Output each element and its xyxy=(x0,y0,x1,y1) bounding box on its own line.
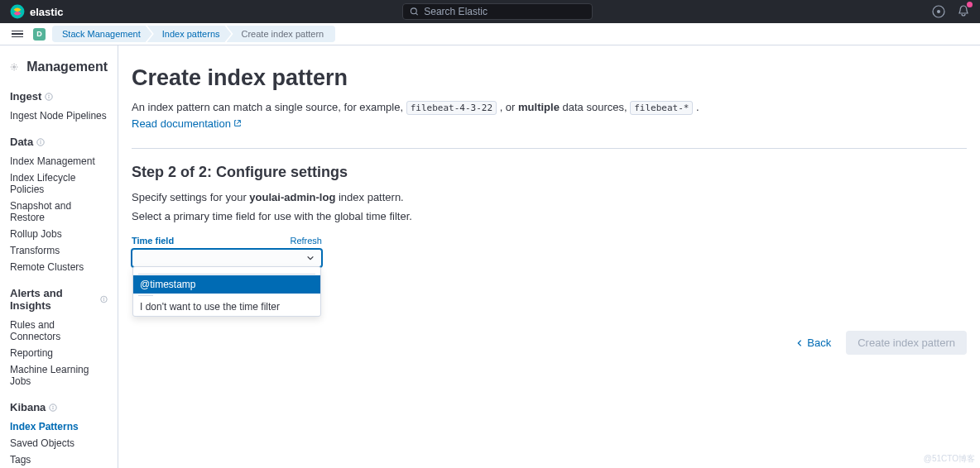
newsfeed-button[interactable] xyxy=(957,4,970,20)
watermark: @51CTO博客 xyxy=(924,453,975,465)
content: Create index pattern An index pattern ca… xyxy=(118,45,980,468)
svg-rect-8 xyxy=(49,96,50,98)
svg-point-4 xyxy=(937,10,940,13)
info-icon[interactable] xyxy=(36,138,45,146)
code-example-1: filebeat-4-3-22 xyxy=(406,101,497,115)
section-head-ingest: Ingest xyxy=(10,90,108,103)
sidebar-header: Management xyxy=(10,59,108,75)
breadcrumb-index-patterns[interactable]: Index patterns xyxy=(147,26,232,42)
sidebar-item-index-management[interactable]: Index Management xyxy=(10,153,108,170)
elastic-logo[interactable]: elastic xyxy=(10,4,63,19)
sidebar-item-rules-and-connectors[interactable]: Rules and Connectors xyxy=(10,317,108,345)
header-right xyxy=(932,4,970,20)
step-desc-2: Select a primary time field for use with… xyxy=(132,210,967,222)
svg-rect-17 xyxy=(53,407,54,409)
top-header: elastic xyxy=(0,0,980,23)
breadcrumb-stack-management[interactable]: Stack Management xyxy=(52,26,152,42)
sidebar-sections: IngestIngest Node PipelinesDataIndex Man… xyxy=(10,90,108,468)
footer-actions: Back Create index pattern xyxy=(132,331,967,355)
divider xyxy=(132,148,967,149)
sidebar-item-index-patterns[interactable]: Index Patterns xyxy=(10,418,108,435)
elastic-icon xyxy=(10,4,25,19)
time-field-dropdown: @timestamp I don't want to use the time … xyxy=(132,266,321,317)
help-icon[interactable] xyxy=(932,5,945,18)
section-head-data: Data xyxy=(10,136,108,148)
sidebar-item-rollup-jobs[interactable]: Rollup Jobs xyxy=(10,226,108,242)
notification-badge xyxy=(967,2,973,7)
svg-point-16 xyxy=(53,405,54,406)
time-field-select[interactable]: @timestamp I don't want to use the time … xyxy=(132,249,322,267)
svg-point-13 xyxy=(103,298,104,298)
section-head-alerts-and-insights: Alerts and Insights xyxy=(10,287,108,312)
dropdown-option-timestamp[interactable]: @timestamp xyxy=(133,275,320,294)
sidebar-item-snapshot-and-restore[interactable]: Snapshot and Restore xyxy=(10,198,108,226)
create-index-pattern-button[interactable]: Create index pattern xyxy=(846,331,967,355)
read-documentation-link[interactable]: Read documentation xyxy=(132,116,242,132)
step-desc-1: Specify settings for your youlai-admin-l… xyxy=(132,191,967,203)
sidebar-item-transforms[interactable]: Transforms xyxy=(10,242,108,259)
hamburger-menu[interactable] xyxy=(8,27,26,41)
breadcrumb-create-index-pattern: Create index pattern xyxy=(227,26,336,42)
chevron-down-icon xyxy=(306,254,315,262)
sidebar-item-ingest-node-pipelines[interactable]: Ingest Node Pipelines xyxy=(10,107,108,124)
search-icon xyxy=(410,7,419,17)
svg-point-10 xyxy=(41,140,41,141)
code-example-2: filebeat-* xyxy=(630,101,693,115)
time-field-group: Time field Refresh @timestamp I don't wa… xyxy=(132,236,322,267)
user-avatar[interactable]: D xyxy=(33,28,46,41)
search-box[interactable] xyxy=(402,3,593,20)
management-icon xyxy=(10,59,18,75)
search-input[interactable] xyxy=(424,6,585,17)
section-head-kibana: Kibana xyxy=(10,401,108,413)
svg-point-5 xyxy=(13,66,16,69)
sidebar-item-machine-learning-jobs[interactable]: Machine Learning Jobs xyxy=(10,361,108,389)
svg-point-1 xyxy=(411,8,417,14)
svg-rect-11 xyxy=(41,141,41,144)
back-button[interactable]: Back xyxy=(787,331,839,355)
sidebar: Management IngestIngest Node PipelinesDa… xyxy=(0,45,118,468)
chevron-left-icon xyxy=(795,339,804,347)
step-title: Step 2 of 2: Configure settings xyxy=(132,164,967,181)
breadcrumb: Stack Management Index patterns Create i… xyxy=(52,26,335,42)
sidebar-item-saved-objects[interactable]: Saved Objects xyxy=(10,435,108,451)
sidebar-title: Management xyxy=(26,60,108,74)
brand-text: elastic xyxy=(30,6,63,18)
svg-point-7 xyxy=(49,94,50,95)
external-link-icon xyxy=(233,119,242,127)
info-icon[interactable] xyxy=(45,93,53,101)
header-left: elastic xyxy=(10,4,63,19)
info-icon[interactable] xyxy=(100,295,108,303)
svg-line-2 xyxy=(416,13,418,15)
sub-header: D Stack Management Index patterns Create… xyxy=(0,23,980,45)
sidebar-item-remote-clusters[interactable]: Remote Clusters xyxy=(10,259,108,275)
refresh-button[interactable]: Refresh xyxy=(290,236,322,246)
sidebar-item-tags[interactable]: Tags xyxy=(10,451,108,468)
sidebar-item-index-lifecycle-policies[interactable]: Index Lifecycle Policies xyxy=(10,170,108,198)
page-description: An index pattern can match a single sour… xyxy=(132,99,967,131)
info-icon[interactable] xyxy=(49,404,57,412)
dropdown-option-no-filter[interactable]: I don't want to use the time filter xyxy=(133,298,320,316)
time-field-label: Time field xyxy=(132,236,174,246)
page-title: Create index pattern xyxy=(132,65,967,91)
sidebar-item-reporting[interactable]: Reporting xyxy=(10,345,108,361)
svg-rect-14 xyxy=(103,299,104,301)
